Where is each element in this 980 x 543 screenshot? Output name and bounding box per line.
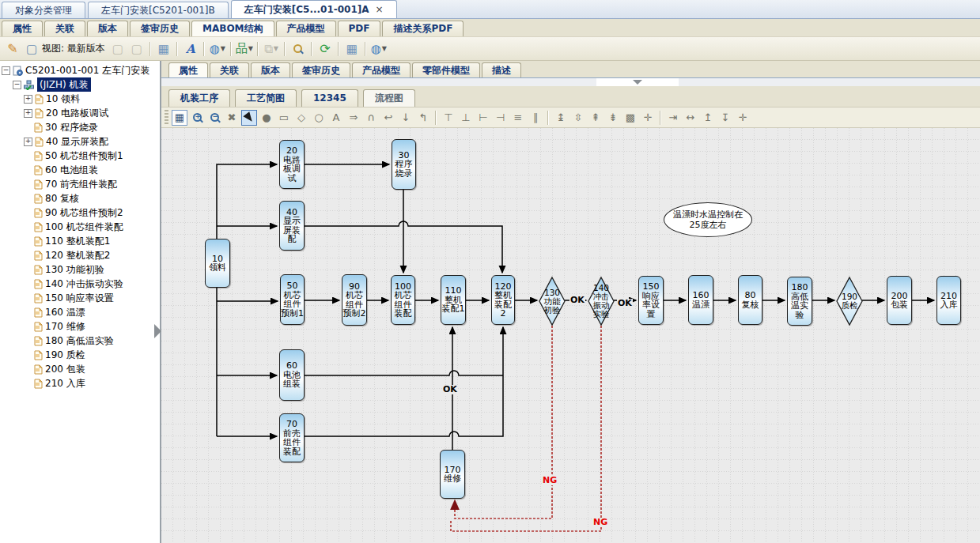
stretch-down-icon[interactable]: ↧: [717, 110, 733, 126]
flow-node-200[interactable]: 200包装: [887, 276, 912, 325]
down-connector-icon[interactable]: ↓: [398, 110, 414, 126]
same-height-icon[interactable]: ↨: [553, 110, 569, 126]
edit-grid2-icon[interactable]: ▦: [343, 40, 361, 58]
close-icon[interactable]: ×: [376, 4, 384, 15]
flow-node-30[interactable]: 30程序烧录: [392, 139, 416, 190]
roundrect-tool-icon[interactable]: ▭: [276, 110, 292, 126]
sub-tab-2[interactable]: 12345: [301, 89, 358, 107]
zoom-in-icon[interactable]: +: [189, 110, 205, 126]
expand-horizontal-icon[interactable]: ↔: [683, 110, 698, 126]
edit-pencil-icon[interactable]: ✎: [4, 40, 21, 58]
tree-expander-icon[interactable]: +: [24, 95, 32, 104]
doc-tab-7[interactable]: 描述关系PDF: [382, 21, 464, 36]
doc-tab-1[interactable]: 关联: [44, 21, 85, 36]
doc-tab-5[interactable]: 产品模型: [276, 21, 336, 36]
tree-item-16[interactable]: 170 维修: [0, 319, 160, 334]
folder-search-icon[interactable]: [289, 40, 307, 58]
tree-item-0[interactable]: +10 领料: [0, 92, 160, 106]
flow-node-40[interactable]: 40显示屏装配: [279, 201, 305, 251]
tree-item-3[interactable]: +40 显示屏装配: [0, 134, 160, 149]
flowchart-canvas[interactable]: 10领料20电路板调试30程序烧录40显示屏装配50机芯组件预制190机芯组件预…: [161, 128, 980, 543]
panel-tab-4[interactable]: 产品模型: [352, 62, 411, 77]
sub-tab-0[interactable]: 机装工序: [168, 89, 230, 107]
text-tool-icon[interactable]: A: [328, 110, 344, 126]
tree-item-7[interactable]: 80 复核: [0, 191, 160, 206]
tree-item-2[interactable]: 30 程序烧录: [0, 120, 160, 134]
fit-vertical-icon[interactable]: ⇳: [570, 110, 586, 126]
flow-node-190[interactable]: 190质检: [837, 277, 862, 325]
tree-item-14[interactable]: 150 响应率设置: [0, 291, 160, 305]
flow-node-130[interactable]: 130功能初验: [539, 277, 565, 325]
tree-expander-icon[interactable]: −: [2, 66, 10, 75]
tree-item-11[interactable]: 120 整机装配2: [0, 248, 160, 262]
doc-tab-2[interactable]: 版本: [87, 21, 128, 36]
tree-item-15[interactable]: 160 温漂: [0, 305, 160, 319]
tree-group-item[interactable]: −(JIZH) 机装: [0, 77, 160, 92]
sub-tab-3[interactable]: 流程图: [363, 89, 415, 107]
flow-node-70[interactable]: 70前壳组件装配: [279, 413, 305, 462]
tree-collapse-arrow-icon[interactable]: [154, 324, 161, 338]
flow-node-20[interactable]: 20电路板调试: [279, 140, 305, 189]
distribute-icon[interactable]: ≡: [510, 110, 526, 126]
panel-tab-5[interactable]: 零部件模型: [412, 62, 480, 77]
grid-dark-icon[interactable]: ▩: [622, 110, 638, 126]
flow-node-160[interactable]: 160温漂: [688, 275, 713, 325]
sub-tab-1[interactable]: 工艺简图: [235, 89, 297, 107]
panel-tab-0[interactable]: 属性: [168, 62, 208, 77]
panel-tab-1[interactable]: 关联: [210, 62, 249, 77]
view-page-icon[interactable]: ▢: [23, 40, 40, 58]
tree-expander-icon[interactable]: +: [24, 109, 32, 118]
expand-all-icon[interactable]: ✛: [735, 110, 751, 126]
tree-item-6[interactable]: 70 前壳组件装配: [0, 177, 160, 191]
tree-item-12[interactable]: 130 功能初验: [0, 262, 160, 277]
stretch-up-icon[interactable]: ↥: [700, 110, 716, 126]
font-icon[interactable]: A: [182, 40, 199, 58]
grid-view-icon[interactable]: ▦: [172, 110, 187, 126]
panel-tab-6[interactable]: 描述: [482, 62, 521, 77]
flow-node-180[interactable]: 180高低温实验: [787, 277, 812, 326]
doc-tab-0[interactable]: 属性: [2, 21, 43, 36]
tree-item-19[interactable]: 200 包装: [0, 362, 160, 376]
select-cursor-icon[interactable]: [241, 110, 257, 126]
arrow-connector-icon[interactable]: ⇒: [346, 110, 361, 126]
expand-vertical-icon[interactable]: ⇟: [605, 110, 621, 126]
u-connector-icon[interactable]: ∩: [363, 110, 379, 126]
panel-collapse-handle[interactable]: [596, 78, 679, 86]
flow-node-80[interactable]: 80复核: [738, 275, 762, 325]
doc-tab-3[interactable]: 签审历史: [130, 21, 190, 36]
curve-connector-icon[interactable]: ↩: [380, 110, 396, 126]
edit-grid-icon[interactable]: ▦: [155, 40, 172, 58]
align-top-icon[interactable]: ⊤: [441, 110, 456, 126]
view-selector-label[interactable]: 视图: 最新版本: [42, 42, 105, 55]
flow-node-170[interactable]: 170维修: [440, 450, 465, 499]
delete-icon[interactable]: ✖: [224, 110, 240, 126]
tree-item-4[interactable]: 50 机芯组件预制1: [0, 149, 160, 163]
panel-tab-2[interactable]: 版本: [251, 62, 290, 77]
tree-item-10[interactable]: 110 整机装配1: [0, 234, 160, 248]
flow-node-120[interactable]: 120整机装配2: [491, 275, 515, 325]
flow-node-100[interactable]: 100机芯组件装配: [391, 275, 415, 325]
tree-root-item[interactable]: −C5201-001-001 左车门安装: [0, 63, 160, 77]
window-tab-2[interactable]: 左车门安装[C5...01-001]A×: [231, 0, 397, 18]
org-chart-icon[interactable]: 品▼: [236, 40, 253, 58]
tree-expander-icon[interactable]: +: [24, 138, 32, 146]
tree-item-5[interactable]: 60 电池组装: [0, 163, 160, 177]
refresh-icon[interactable]: ⟳: [316, 40, 334, 58]
tree-expander-icon[interactable]: −: [13, 81, 21, 89]
doc-tab-6[interactable]: PDF: [338, 21, 381, 36]
flow-node-140[interactable]: 140冲击振动实验: [588, 277, 614, 325]
doc-tab-4[interactable]: MABOM结构: [191, 21, 274, 36]
tree-item-9[interactable]: 100 机芯组件装配: [0, 220, 160, 234]
shrink-vertical-icon[interactable]: ⇞: [588, 110, 604, 126]
circle-tool-icon[interactable]: ○: [311, 110, 327, 126]
tree-item-8[interactable]: 90 机芯组件预制2: [0, 206, 160, 220]
panel-tab-3[interactable]: 签审历史: [292, 62, 350, 77]
flow-node-10[interactable]: 10领料: [205, 239, 230, 288]
flow-node-210[interactable]: 210入库: [936, 276, 961, 325]
align-bottom-icon[interactable]: ⊥: [458, 110, 474, 126]
align-left-icon[interactable]: ⊢: [475, 110, 491, 126]
zoom-out-icon[interactable]: −: [206, 110, 222, 126]
tree-item-1[interactable]: +20 电路板调试: [0, 106, 160, 120]
flow-node-90[interactable]: 90机芯组件预制2: [342, 274, 367, 326]
flow-node-110[interactable]: 110整机装配1: [441, 275, 466, 325]
